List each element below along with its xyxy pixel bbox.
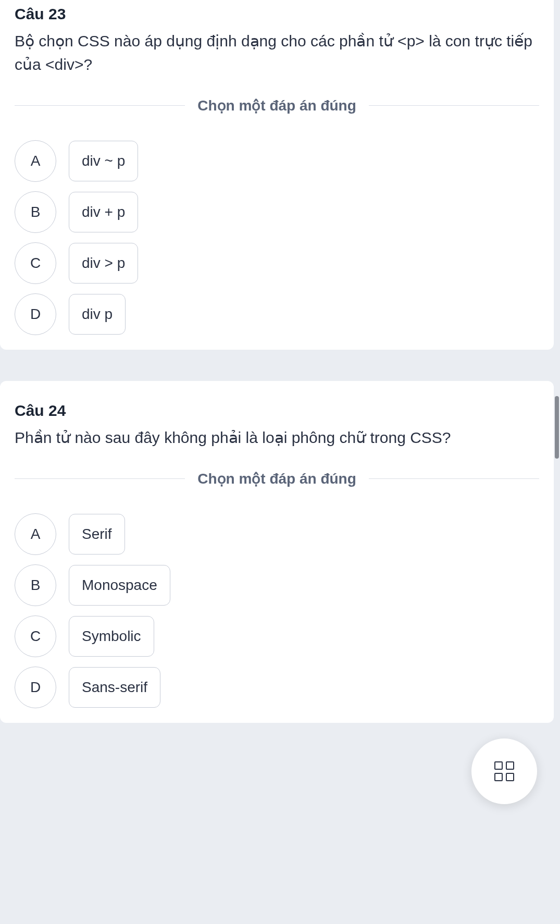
option-box[interactable]: Monospace bbox=[69, 565, 170, 606]
question-text: Bộ chọn CSS nào áp dụng định dạng cho cá… bbox=[15, 29, 539, 76]
scrollbar-thumb[interactable] bbox=[555, 396, 559, 459]
option-letter[interactable]: D bbox=[15, 667, 56, 708]
option-row-c[interactable]: C Symbolic bbox=[15, 615, 539, 657]
option-row-c[interactable]: C div > p bbox=[15, 242, 539, 284]
question-card-24: Câu 24 Phần tử nào sau đây không phải là… bbox=[0, 381, 554, 723]
option-row-a[interactable]: A Serif bbox=[15, 513, 539, 555]
question-card-23: Câu 23 Bộ chọn CSS nào áp dụng định dạng… bbox=[0, 0, 554, 350]
option-letter[interactable]: B bbox=[15, 191, 56, 233]
option-row-a[interactable]: A div ~ p bbox=[15, 140, 539, 182]
grid-icon bbox=[494, 761, 514, 781]
option-letter[interactable]: D bbox=[15, 293, 56, 335]
option-letter[interactable]: B bbox=[15, 564, 56, 606]
option-box[interactable]: div + p bbox=[69, 192, 138, 232]
instruction-row: Chọn một đáp án đúng bbox=[15, 470, 539, 487]
divider-line bbox=[369, 105, 539, 106]
option-row-b[interactable]: B div + p bbox=[15, 191, 539, 233]
grid-menu-button[interactable] bbox=[471, 738, 537, 804]
options-container: A div ~ p B div + p C div > p D div p bbox=[15, 140, 539, 335]
instruction-row: Chọn một đáp án đúng bbox=[15, 97, 539, 114]
divider-line bbox=[15, 478, 185, 479]
options-container: A Serif B Monospace C Symbolic D Sans-se… bbox=[15, 513, 539, 708]
option-letter[interactable]: C bbox=[15, 615, 56, 657]
divider-line bbox=[15, 105, 185, 106]
option-row-b[interactable]: B Monospace bbox=[15, 564, 539, 606]
question-title: Câu 24 bbox=[15, 402, 539, 420]
divider-line bbox=[369, 478, 539, 479]
option-box[interactable]: Symbolic bbox=[69, 616, 154, 657]
option-box[interactable]: Sans-serif bbox=[69, 667, 160, 708]
instruction-text: Chọn một đáp án đúng bbox=[185, 97, 369, 114]
option-row-d[interactable]: D Sans-serif bbox=[15, 667, 539, 708]
instruction-text: Chọn một đáp án đúng bbox=[185, 470, 369, 487]
question-title: Câu 23 bbox=[15, 5, 539, 23]
question-text: Phần tử nào sau đây không phải là loại p… bbox=[15, 426, 539, 449]
option-letter[interactable]: A bbox=[15, 513, 56, 555]
option-box[interactable]: div p bbox=[69, 294, 126, 335]
option-box[interactable]: div ~ p bbox=[69, 141, 138, 181]
option-box[interactable]: div > p bbox=[69, 243, 138, 284]
option-row-d[interactable]: D div p bbox=[15, 293, 539, 335]
option-box[interactable]: Serif bbox=[69, 514, 125, 555]
option-letter[interactable]: A bbox=[15, 140, 56, 182]
option-letter[interactable]: C bbox=[15, 242, 56, 284]
